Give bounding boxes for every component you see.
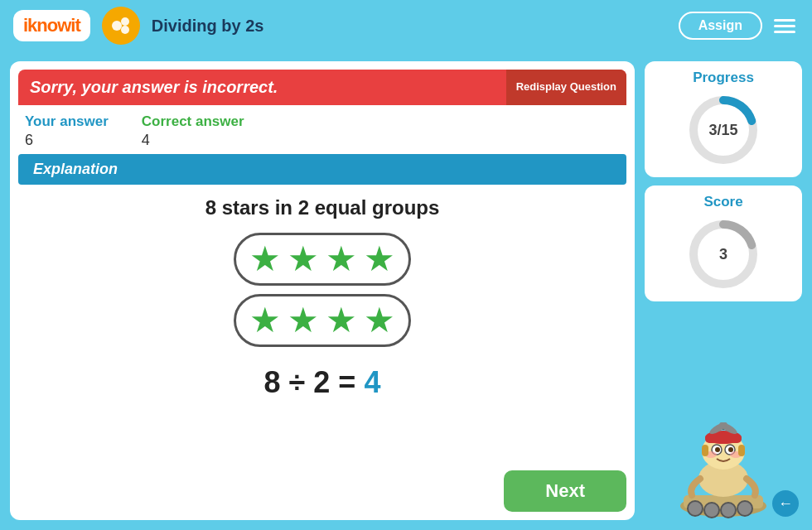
back-arrow-button[interactable]: ← (772, 490, 799, 517)
svg-point-23 (728, 447, 733, 452)
explanation-title: 8 stars in 2 equal groups (205, 196, 440, 219)
correct-answer-block: Correct answer 4 (142, 113, 244, 149)
score-value: 3 (719, 246, 727, 263)
progress-label: Progress (693, 70, 754, 86)
star-1-2: ★ (288, 242, 319, 277)
assign-button[interactable]: Assign (679, 12, 762, 40)
svg-point-2 (121, 26, 129, 34)
svg-point-1 (121, 17, 129, 26)
topic-title: Dividing by 2s (152, 17, 264, 36)
your-answer-label: Your answer (25, 113, 109, 130)
character-illustration (665, 392, 781, 520)
header-right: Assign (679, 12, 799, 40)
star-2-2: ★ (288, 303, 319, 338)
left-panel: Sorry, your answer is incorrect. Redispl… (10, 61, 635, 520)
svg-point-10 (704, 503, 719, 518)
your-answer-value: 6 (25, 132, 33, 148)
your-answer-block: Your answer 6 (25, 113, 109, 149)
next-button[interactable]: Next (504, 470, 626, 512)
svg-point-12 (737, 501, 752, 516)
star-group-2: ★ ★ ★ ★ (234, 294, 411, 347)
topic-icon-svg (109, 14, 133, 37)
answer-section: Your answer 6 Correct answer 4 (10, 105, 635, 154)
score-circle: 3 (686, 217, 761, 292)
score-section: Score 3 (645, 186, 802, 301)
progress-value: 3/15 (708, 122, 737, 139)
svg-point-22 (715, 447, 720, 452)
star-2-3: ★ (326, 303, 357, 338)
explanation-header: Explanation (18, 154, 626, 185)
topic-icon (102, 7, 140, 45)
svg-rect-27 (738, 445, 745, 456)
correct-answer-value: 4 (142, 132, 150, 148)
star-2-4: ★ (364, 303, 395, 338)
svg-point-11 (721, 503, 736, 518)
hamburger-line-2 (774, 25, 795, 27)
correct-answer-label: Correct answer (142, 113, 244, 130)
right-panel: Progress 3/15 Score 3 (645, 61, 802, 520)
hamburger-line-1 (774, 19, 795, 22)
next-btn-container: Next (10, 470, 635, 520)
character-section: ← (645, 310, 802, 520)
incorrect-message: Sorry, your answer is incorrect. (18, 70, 506, 105)
menu-button[interactable] (771, 16, 799, 36)
equation-answer: 4 (364, 365, 380, 399)
score-label: Score (703, 194, 742, 210)
svg-rect-26 (702, 445, 708, 456)
incorrect-banner: Sorry, your answer is incorrect. Redispl… (18, 70, 626, 105)
equation-left: 8 ÷ 2 = (264, 365, 365, 399)
star-1-3: ★ (326, 242, 357, 277)
star-1-4: ★ (364, 242, 395, 277)
star-2-1: ★ (249, 303, 281, 338)
redisplay-button[interactable]: Redisplay Question (506, 70, 626, 105)
progress-circle: 3/15 (686, 93, 761, 167)
explanation-content: 8 stars in 2 equal groups ★ ★ ★ ★ ★ ★ ★ … (10, 185, 635, 470)
equation: 8 ÷ 2 = 4 (264, 365, 381, 400)
star-group-1: ★ ★ ★ ★ (234, 233, 411, 286)
star-1-1: ★ (249, 242, 281, 277)
svg-point-0 (112, 21, 122, 31)
logo-text: iknowit (23, 15, 80, 36)
logo: iknowit (13, 10, 90, 41)
header: iknowit Dividing by 2s Assign (0, 0, 812, 51)
svg-rect-16 (705, 435, 742, 443)
progress-section: Progress 3/15 (645, 61, 802, 177)
star-groups: ★ ★ ★ ★ ★ ★ ★ ★ (234, 233, 411, 347)
svg-point-9 (688, 501, 703, 516)
hamburger-line-3 (774, 31, 795, 33)
main-layout: Sorry, your answer is incorrect. Redispl… (0, 51, 812, 530)
